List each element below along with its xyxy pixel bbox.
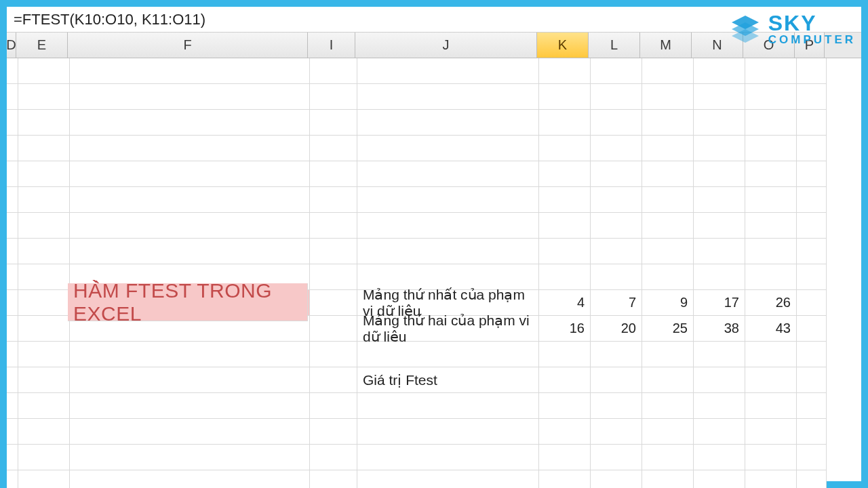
cell[interactable] xyxy=(642,445,694,470)
cell[interactable] xyxy=(310,367,357,393)
cell[interactable] xyxy=(18,290,70,316)
cell[interactable] xyxy=(7,393,18,419)
cell[interactable] xyxy=(18,58,70,84)
cell[interactable] xyxy=(310,161,357,187)
cell[interactable] xyxy=(539,161,591,187)
column-header-E[interactable]: E xyxy=(16,33,68,58)
cell[interactable] xyxy=(797,367,827,393)
cell[interactable] xyxy=(797,84,827,110)
cell[interactable] xyxy=(310,445,357,470)
cell[interactable] xyxy=(745,342,797,367)
cell[interactable] xyxy=(310,342,357,367)
cell[interactable] xyxy=(18,367,70,393)
cell[interactable] xyxy=(7,316,18,342)
cell[interactable] xyxy=(539,367,591,393)
cell[interactable] xyxy=(642,84,694,110)
cell[interactable] xyxy=(70,445,310,470)
column-header-D[interactable]: D xyxy=(7,33,16,58)
cell[interactable] xyxy=(539,342,591,367)
cell[interactable] xyxy=(745,161,797,187)
cell[interactable] xyxy=(70,239,310,264)
cell[interactable] xyxy=(745,110,797,136)
cell[interactable] xyxy=(310,316,357,342)
cell[interactable] xyxy=(745,239,797,264)
cell[interactable] xyxy=(70,419,310,445)
cell[interactable] xyxy=(797,136,827,161)
cell[interactable] xyxy=(797,445,827,470)
cell[interactable] xyxy=(7,136,18,161)
cell[interactable] xyxy=(18,187,70,213)
cell[interactable] xyxy=(694,445,745,470)
data-array1-2[interactable]: 9 xyxy=(642,290,694,316)
cell[interactable] xyxy=(694,161,745,187)
cell[interactable] xyxy=(591,264,642,290)
cell[interactable] xyxy=(539,110,591,136)
cell[interactable] xyxy=(745,84,797,110)
cell[interactable] xyxy=(357,419,539,445)
cell[interactable] xyxy=(642,213,694,239)
cell[interactable] xyxy=(642,58,694,84)
cell[interactable] xyxy=(357,445,539,470)
cell[interactable] xyxy=(7,445,18,470)
cell[interactable] xyxy=(18,161,70,187)
cell[interactable] xyxy=(310,419,357,445)
cell[interactable] xyxy=(745,187,797,213)
cell[interactable] xyxy=(642,110,694,136)
cell[interactable] xyxy=(694,84,745,110)
cell[interactable] xyxy=(7,110,18,136)
cell[interactable] xyxy=(70,161,310,187)
cell[interactable] xyxy=(70,58,310,84)
cell[interactable] xyxy=(745,470,797,488)
cell[interactable] xyxy=(797,419,827,445)
cell[interactable] xyxy=(694,110,745,136)
cell[interactable] xyxy=(357,213,539,239)
cell[interactable] xyxy=(18,470,70,488)
cell[interactable] xyxy=(797,187,827,213)
cell[interactable] xyxy=(310,470,357,488)
cell[interactable] xyxy=(745,213,797,239)
cell[interactable] xyxy=(7,367,18,393)
cell[interactable] xyxy=(797,470,827,488)
cell[interactable] xyxy=(642,342,694,367)
column-header-I[interactable]: I xyxy=(308,33,355,58)
cell[interactable] xyxy=(18,239,70,264)
cell[interactable] xyxy=(70,367,310,393)
cell[interactable] xyxy=(591,419,642,445)
cell[interactable] xyxy=(357,58,539,84)
data-array2-0[interactable]: 16 xyxy=(539,316,591,342)
cell[interactable] xyxy=(591,84,642,110)
cell[interactable] xyxy=(642,136,694,161)
cell[interactable] xyxy=(642,187,694,213)
cell[interactable] xyxy=(797,342,827,367)
data-array2-3[interactable]: 38 xyxy=(694,316,745,342)
cell[interactable] xyxy=(7,58,18,84)
cell[interactable] xyxy=(694,419,745,445)
cell[interactable] xyxy=(694,239,745,264)
cell[interactable] xyxy=(7,84,18,110)
cell[interactable] xyxy=(745,136,797,161)
cell[interactable] xyxy=(745,58,797,84)
cell[interactable] xyxy=(539,213,591,239)
column-header-J[interactable]: J xyxy=(355,33,537,58)
cell[interactable] xyxy=(797,239,827,264)
cell[interactable] xyxy=(745,419,797,445)
cell[interactable] xyxy=(745,393,797,419)
cell[interactable] xyxy=(18,213,70,239)
data-array1-1[interactable]: 7 xyxy=(591,290,642,316)
cell[interactable] xyxy=(591,470,642,488)
data-array2-4[interactable]: 43 xyxy=(745,316,797,342)
cell[interactable] xyxy=(591,393,642,419)
cell[interactable] xyxy=(7,264,18,290)
cell[interactable] xyxy=(7,239,18,264)
cell[interactable] xyxy=(539,470,591,488)
cell[interactable] xyxy=(539,264,591,290)
cell[interactable] xyxy=(310,187,357,213)
cell[interactable] xyxy=(18,136,70,161)
cell[interactable] xyxy=(18,110,70,136)
cell[interactable] xyxy=(18,393,70,419)
cell[interactable] xyxy=(642,393,694,419)
cell[interactable] xyxy=(310,84,357,110)
column-header-L[interactable]: L xyxy=(589,33,640,58)
cell[interactable] xyxy=(310,136,357,161)
cell[interactable] xyxy=(310,264,357,290)
